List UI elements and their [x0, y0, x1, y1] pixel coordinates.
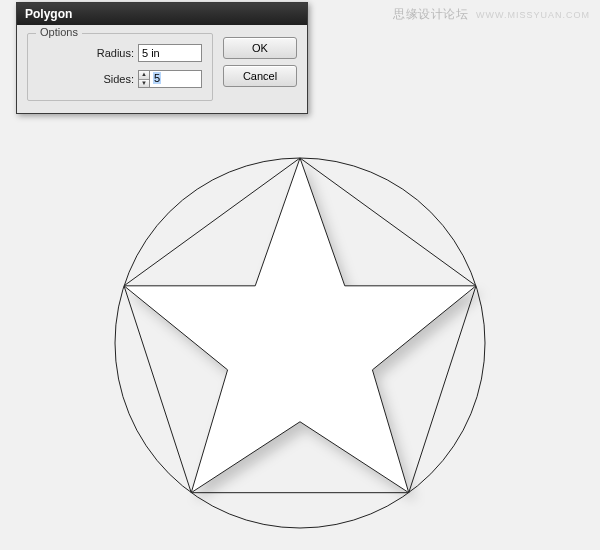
radius-row: Radius:: [38, 44, 202, 62]
watermark: 思缘设计论坛 WWW.MISSYUAN.COM: [393, 6, 590, 23]
sides-value: 5: [153, 72, 161, 84]
watermark-text: 思缘设计论坛: [393, 7, 468, 21]
star-shape: [124, 158, 476, 493]
dialog-title: Polygon: [17, 3, 307, 25]
sides-label: Sides:: [103, 73, 134, 85]
polygon-dialog: Polygon Options Radius: Sides: ▲ ▼ 5 OK: [16, 2, 308, 114]
radius-input[interactable]: [138, 44, 202, 62]
shape-svg: [105, 143, 495, 533]
button-column: OK Cancel: [223, 37, 297, 101]
watermark-url: WWW.MISSYUAN.COM: [476, 10, 590, 20]
cancel-button[interactable]: Cancel: [223, 65, 297, 87]
dialog-body: Options Radius: Sides: ▲ ▼ 5 OK Cancel: [17, 25, 307, 113]
polygon-shape: [105, 143, 495, 533]
ok-button[interactable]: OK: [223, 37, 297, 59]
step-down-icon[interactable]: ▼: [139, 80, 149, 88]
options-legend: Options: [36, 26, 82, 38]
canvas-area: [0, 126, 600, 550]
sides-input[interactable]: 5: [149, 70, 202, 88]
step-up-icon[interactable]: ▲: [139, 71, 149, 80]
options-group: Options Radius: Sides: ▲ ▼ 5: [27, 33, 213, 101]
sides-stepper: ▲ ▼ 5: [138, 70, 202, 88]
stepper-buttons: ▲ ▼: [138, 70, 149, 88]
radius-label: Radius:: [97, 47, 134, 59]
sides-row: Sides: ▲ ▼ 5: [38, 70, 202, 88]
